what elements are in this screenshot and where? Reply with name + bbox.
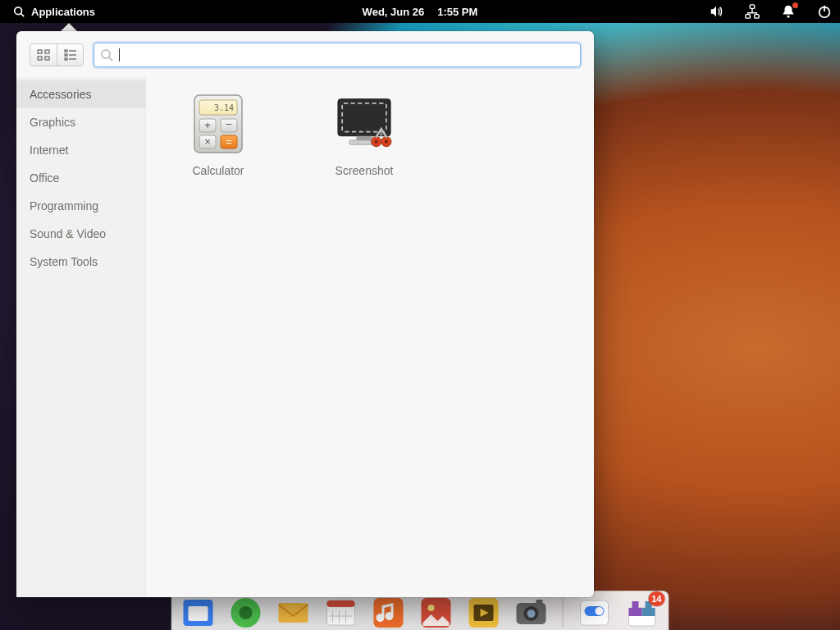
category-label: System Tools	[30, 255, 98, 268]
mail-icon	[276, 595, 312, 631]
list-icon	[64, 49, 77, 61]
svg-point-63	[596, 607, 604, 615]
dock-separator	[563, 598, 564, 628]
svg-point-0	[15, 7, 22, 15]
dock-browser[interactable]	[228, 595, 264, 631]
svg-rect-41	[189, 606, 208, 621]
dock-photos[interactable]	[418, 595, 454, 631]
popover-toolbar	[16, 31, 594, 77]
category-graphics[interactable]: Graphics	[16, 108, 145, 136]
svg-rect-4	[755, 15, 759, 19]
category-label: Sound & Video	[30, 227, 106, 240]
dock-toggle[interactable]	[577, 595, 613, 631]
svg-text:+: +	[204, 119, 211, 131]
dock-mail[interactable]	[276, 595, 312, 631]
view-mode-toggle	[30, 43, 84, 66]
svg-rect-2	[750, 5, 754, 8]
svg-text:×: ×	[204, 135, 211, 148]
svg-rect-67	[632, 601, 639, 609]
screenshot-icon	[332, 92, 396, 156]
date-label: Wed, Jun 26	[363, 6, 425, 18]
svg-rect-16	[65, 58, 67, 60]
app-calculator[interactable]: 3.14 + − × = Calculator	[169, 92, 267, 582]
calendar-icon	[323, 595, 359, 631]
svg-text:3.14: 3.14	[214, 103, 234, 112]
svg-point-5	[788, 16, 790, 18]
grid-view-button[interactable]	[30, 44, 57, 66]
applications-popover: Accessories Graphics Internet Office Pro…	[16, 31, 594, 597]
grid-icon	[37, 49, 50, 61]
application-grid: 3.14 + − × = Calculator	[146, 77, 594, 597]
app-label: Calculator	[192, 164, 244, 177]
calculator-icon: 3.14 + − × =	[186, 92, 250, 156]
app-label: Screenshot	[336, 164, 394, 177]
svg-rect-9	[45, 50, 49, 53]
category-sound-video[interactable]: Sound & Video	[16, 220, 145, 248]
category-programming[interactable]: Programming	[16, 192, 145, 220]
clock[interactable]: Wed, Jun 26 1:55 PM	[363, 6, 478, 18]
category-system-tools[interactable]: System Tools	[16, 248, 145, 276]
category-label: Graphics	[30, 116, 75, 129]
dock-files[interactable]	[180, 595, 217, 631]
app-screenshot[interactable]: Screenshot	[315, 92, 413, 582]
svg-rect-46	[327, 600, 355, 607]
volume-icon	[709, 4, 724, 19]
list-view-button[interactable]	[57, 44, 83, 66]
videos-icon	[466, 595, 502, 631]
svg-rect-44	[279, 603, 308, 623]
network-indicator[interactable]	[745, 4, 760, 19]
svg-rect-60	[536, 600, 543, 605]
category-accessories[interactable]: Accessories	[16, 80, 145, 108]
toggle-icon	[577, 595, 613, 631]
svg-point-53	[428, 605, 435, 611]
power-icon	[817, 4, 832, 19]
category-office[interactable]: Office	[16, 164, 145, 192]
svg-rect-11	[45, 57, 49, 60]
dock-software-center[interactable]: 14	[624, 595, 660, 631]
popover-arrow	[61, 23, 77, 31]
svg-rect-12	[65, 50, 67, 52]
category-label: Office	[30, 171, 59, 185]
notifications-indicator[interactable]	[781, 4, 796, 19]
svg-line-1	[21, 14, 25, 17]
network-icon	[745, 4, 760, 19]
text-cursor	[119, 48, 120, 62]
svg-point-18	[102, 50, 110, 58]
category-label: Internet	[30, 144, 68, 157]
category-internet[interactable]: Internet	[16, 136, 145, 164]
category-label: Accessories	[30, 88, 91, 101]
svg-rect-8	[38, 50, 42, 53]
svg-line-19	[109, 57, 112, 61]
sound-indicator[interactable]	[709, 4, 724, 19]
dock-videos[interactable]	[466, 595, 502, 631]
category-label: Programming	[30, 199, 98, 212]
svg-point-38	[385, 140, 388, 144]
search-field[interactable]	[94, 43, 581, 67]
photos-icon	[418, 595, 454, 631]
files-icon	[180, 595, 217, 631]
svg-point-59	[527, 609, 536, 618]
svg-rect-10	[38, 57, 42, 60]
applications-menu-button[interactable]: Applications	[8, 4, 100, 20]
applications-menu-label: Applications	[31, 6, 95, 18]
camera-icon	[514, 595, 550, 631]
time-label: 1:55 PM	[437, 6, 477, 18]
notification-badge	[792, 2, 798, 8]
update-badge: 14	[648, 591, 664, 606]
search-input[interactable]	[94, 43, 580, 66]
search-icon	[13, 6, 25, 17]
browser-icon	[228, 595, 264, 631]
svg-rect-33	[356, 136, 372, 140]
dock-camera[interactable]	[514, 595, 550, 631]
session-indicator[interactable]	[817, 4, 832, 19]
svg-rect-3	[746, 15, 750, 19]
svg-rect-14	[65, 54, 67, 56]
svg-text:−: −	[226, 118, 232, 130]
dock-music[interactable]	[371, 595, 407, 631]
dock-calendar[interactable]	[323, 595, 359, 631]
svg-point-37	[375, 140, 378, 144]
music-icon	[371, 595, 407, 631]
category-sidebar: Accessories Graphics Internet Office Pro…	[16, 77, 146, 597]
top-bar: Applications Wed, Jun 26 1:55 PM	[0, 0, 840, 23]
search-icon	[100, 48, 113, 62]
